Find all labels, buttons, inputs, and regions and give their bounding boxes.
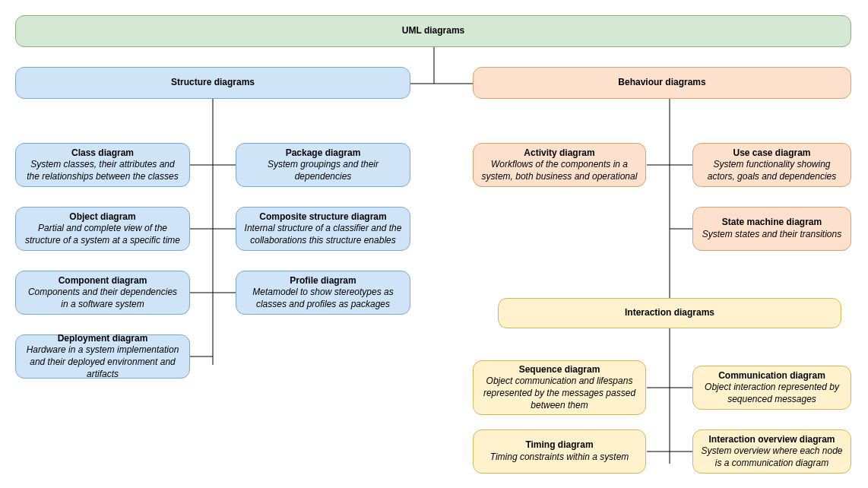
node-component-title: Component diagram bbox=[59, 275, 147, 287]
node-overview: Interaction overview diagram System over… bbox=[692, 429, 851, 474]
node-component: Component diagram Components and their d… bbox=[15, 271, 190, 315]
node-timing-desc: Timing constraints within a system bbox=[490, 452, 629, 464]
node-package: Package diagram System groupings and the… bbox=[236, 143, 410, 187]
node-usecase: Use case diagram System functionality sh… bbox=[692, 143, 851, 187]
node-root-title: UML diagrams bbox=[402, 25, 464, 37]
node-overview-desc: System overview where each node is a com… bbox=[701, 445, 843, 469]
node-interaction: Interaction diagrams bbox=[498, 298, 841, 328]
node-interaction-title: Interaction diagrams bbox=[625, 307, 714, 319]
node-overview-title: Interaction overview diagram bbox=[708, 434, 835, 446]
node-class-desc: System classes, their attributes and the… bbox=[24, 159, 182, 182]
node-usecase-desc: System functionality showing actors, goa… bbox=[701, 159, 843, 182]
node-package-title: Package diagram bbox=[286, 147, 361, 160]
node-class-title: Class diagram bbox=[71, 147, 134, 160]
node-package-desc: System groupings and their dependencies bbox=[244, 159, 402, 182]
node-activity: Activity diagram Workflows of the compon… bbox=[473, 143, 646, 187]
node-structure-title: Structure diagrams bbox=[171, 77, 255, 89]
node-communication-title: Communication diagram bbox=[718, 370, 825, 382]
node-activity-desc: Workflows of the components in a system,… bbox=[481, 159, 638, 182]
node-profile-title: Profile diagram bbox=[290, 275, 356, 287]
node-statemachine-title: State machine diagram bbox=[722, 217, 822, 229]
node-sequence: Sequence diagram Object communication an… bbox=[473, 360, 646, 415]
node-timing: Timing diagram Timing constraints within… bbox=[473, 429, 646, 474]
node-deployment-title: Deployment diagram bbox=[58, 333, 148, 345]
node-communication: Communication diagram Object interaction… bbox=[692, 366, 851, 410]
node-composite-desc: Internal structure of a classifier and t… bbox=[244, 223, 402, 246]
node-profile: Profile diagram Metamodel to show stereo… bbox=[236, 271, 410, 315]
node-statemachine-desc: System states and their transitions bbox=[702, 229, 841, 241]
node-object: Object diagram Partial and complete view… bbox=[15, 207, 190, 251]
node-behaviour: Behaviour diagrams bbox=[473, 67, 851, 99]
node-composite: Composite structure diagram Internal str… bbox=[236, 207, 410, 251]
node-activity-title: Activity diagram bbox=[524, 147, 594, 160]
node-composite-title: Composite structure diagram bbox=[259, 211, 386, 223]
node-class: Class diagram System classes, their attr… bbox=[15, 143, 190, 187]
node-sequence-desc: Object communication and lifespans repre… bbox=[481, 376, 638, 411]
node-root: UML diagrams bbox=[15, 15, 851, 47]
node-statemachine: State machine diagram System states and … bbox=[692, 207, 851, 251]
node-object-title: Object diagram bbox=[69, 211, 135, 223]
node-deployment: Deployment diagram Hardware in a system … bbox=[15, 334, 190, 379]
node-behaviour-title: Behaviour diagrams bbox=[618, 77, 705, 89]
node-usecase-title: Use case diagram bbox=[733, 147, 810, 160]
node-communication-desc: Object interaction represented by sequen… bbox=[701, 382, 843, 405]
node-deployment-desc: Hardware in a system implementation and … bbox=[24, 344, 182, 380]
node-timing-title: Timing diagram bbox=[525, 439, 593, 452]
node-component-desc: Components and their dependencies in a s… bbox=[24, 287, 182, 310]
node-profile-desc: Metamodel to show stereotypes as classes… bbox=[244, 287, 402, 310]
node-sequence-title: Sequence diagram bbox=[519, 364, 600, 376]
node-object-desc: Partial and complete view of the structu… bbox=[24, 223, 182, 246]
node-structure: Structure diagrams bbox=[15, 67, 410, 99]
